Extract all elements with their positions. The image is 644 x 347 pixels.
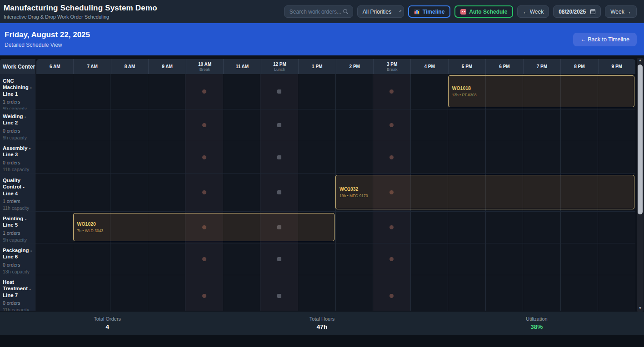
schedule-cell[interactable] — [411, 109, 449, 141]
schedule-cell[interactable] — [185, 174, 223, 211]
schedule-cell[interactable] — [73, 243, 111, 275]
scroll-down-arrow-icon[interactable]: ▼ — [639, 306, 642, 312]
schedule-cell[interactable] — [110, 275, 148, 311]
next-week-button[interactable]: Week → — [605, 5, 637, 18]
schedule-cell[interactable] — [523, 141, 561, 173]
schedule-cell[interactable] — [598, 109, 635, 141]
schedule-cell[interactable] — [336, 109, 374, 141]
work-order-block[interactable]: WO103219h • MFG-9170 — [335, 175, 634, 209]
schedule-cell[interactable] — [561, 243, 599, 275]
work-order-block[interactable]: WO101813h • PT-0303 — [448, 75, 635, 107]
schedule-cell[interactable] — [411, 243, 449, 275]
schedule-cell[interactable] — [35, 212, 73, 243]
priority-filter-select[interactable]: All Priorities — [357, 5, 404, 18]
schedule-cell[interactable] — [411, 141, 449, 173]
schedule-cell[interactable] — [561, 141, 599, 173]
schedule-cell[interactable] — [185, 74, 223, 109]
schedule-cell[interactable] — [373, 275, 411, 311]
schedule-cell[interactable] — [223, 243, 261, 275]
schedule-cell[interactable] — [298, 243, 336, 275]
schedule-cell[interactable] — [35, 74, 73, 109]
schedule-cell[interactable] — [598, 275, 635, 311]
schedule-cell[interactable] — [148, 243, 186, 275]
schedule-cell[interactable] — [35, 109, 73, 141]
schedule-cell[interactable] — [373, 74, 411, 109]
schedule-cell[interactable] — [260, 141, 298, 173]
schedule-cell[interactable] — [110, 74, 148, 109]
schedule-cell[interactable] — [598, 141, 635, 173]
schedule-cell[interactable] — [486, 141, 524, 173]
schedule-cell[interactable] — [223, 74, 261, 109]
schedule-cell[interactable] — [110, 141, 148, 173]
schedule-cell[interactable] — [448, 275, 486, 311]
schedule-cell[interactable] — [148, 141, 186, 173]
schedule-cell[interactable] — [486, 109, 524, 141]
schedule-cell[interactable] — [73, 74, 111, 109]
schedule-cell[interactable] — [373, 109, 411, 141]
schedule-cell[interactable] — [185, 243, 223, 275]
schedule-cell[interactable] — [598, 243, 635, 275]
schedule-cell[interactable] — [260, 109, 298, 141]
schedule-cell[interactable] — [223, 141, 261, 173]
schedule-cell[interactable] — [260, 174, 298, 211]
schedule-cell[interactable] — [298, 74, 336, 109]
schedule-cell[interactable] — [298, 174, 336, 211]
schedule-cell[interactable] — [110, 109, 148, 141]
schedule-cell[interactable] — [298, 109, 336, 141]
scroll-up-arrow-icon[interactable]: ▲ — [639, 58, 642, 64]
search-box[interactable] — [284, 5, 353, 18]
schedule-cell[interactable] — [298, 275, 336, 311]
schedule-cell[interactable] — [448, 243, 486, 275]
schedule-cell[interactable] — [35, 174, 73, 211]
schedule-cell[interactable] — [336, 141, 374, 173]
scrollbar-thumb[interactable] — [638, 64, 643, 214]
schedule-cell[interactable] — [411, 275, 449, 311]
back-to-timeline-button[interactable]: ← Back to Timeline — [573, 33, 637, 46]
schedule-cell[interactable] — [35, 275, 73, 311]
schedule-cell[interactable] — [561, 212, 599, 243]
schedule-cell[interactable] — [598, 212, 635, 243]
auto-schedule-button[interactable]: Auto Schedule — [454, 5, 513, 18]
schedule-cell[interactable] — [35, 243, 73, 275]
schedule-cell[interactable] — [35, 141, 73, 173]
schedule-cell[interactable] — [448, 141, 486, 173]
schedule-cell[interactable] — [223, 109, 261, 141]
schedule-cell[interactable] — [185, 141, 223, 173]
schedule-cell[interactable] — [373, 212, 411, 243]
vertical-scrollbar[interactable]: ▲ ▼ — [637, 58, 644, 312]
schedule-cell[interactable] — [411, 212, 449, 243]
schedule-cell[interactable] — [561, 275, 599, 311]
schedule-cell[interactable] — [110, 174, 148, 211]
schedule-cell[interactable] — [298, 141, 336, 173]
schedule-cell[interactable] — [148, 109, 186, 141]
schedule-cell[interactable] — [185, 109, 223, 141]
schedule-cell[interactable] — [486, 275, 524, 311]
schedule-cell[interactable] — [448, 212, 486, 243]
search-input[interactable] — [290, 9, 343, 15]
schedule-cell[interactable] — [336, 275, 374, 311]
schedule-cell[interactable] — [523, 109, 561, 141]
work-order-block[interactable]: WO10207h • WLD-3043 — [73, 213, 335, 241]
scrollbar-track[interactable] — [637, 64, 644, 306]
schedule-cell[interactable] — [486, 212, 524, 243]
schedule-cell[interactable] — [260, 74, 298, 109]
schedule-cell[interactable] — [336, 243, 374, 275]
schedule-cell[interactable] — [110, 243, 148, 275]
schedule-cell[interactable] — [73, 275, 111, 311]
schedule-cell[interactable] — [411, 74, 449, 109]
schedule-cell[interactable] — [523, 243, 561, 275]
schedule-cell[interactable] — [523, 275, 561, 311]
schedule-cell[interactable] — [260, 243, 298, 275]
schedule-cell[interactable] — [523, 212, 561, 243]
date-input[interactable]: 08/20/2025 — [553, 5, 601, 18]
schedule-cell[interactable] — [336, 212, 374, 243]
prev-week-button[interactable]: ← Week — [517, 5, 549, 18]
schedule-cell[interactable] — [223, 275, 261, 311]
schedule-cell[interactable] — [148, 275, 186, 311]
timeline-view-button[interactable]: Timeline — [408, 5, 450, 18]
schedule-cell[interactable] — [486, 243, 524, 275]
schedule-cell[interactable] — [223, 174, 261, 211]
schedule-cell[interactable] — [73, 174, 111, 211]
schedule-cell[interactable] — [73, 109, 111, 141]
schedule-cell[interactable] — [336, 74, 374, 109]
